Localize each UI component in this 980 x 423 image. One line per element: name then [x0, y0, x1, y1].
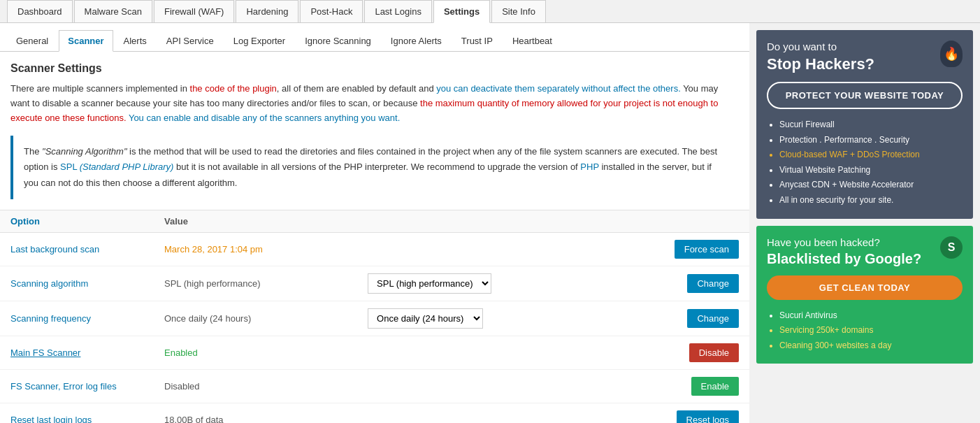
subtab-trust-ip[interactable]: Trust IP: [452, 30, 502, 52]
tab-malware-scan[interactable]: Malware Scan: [74, 0, 152, 22]
subtab-ignore-alerts[interactable]: Ignore Alerts: [382, 30, 451, 52]
card1-heading: Do you want to: [767, 41, 874, 52]
card2-heading: Have you been hacked?: [767, 236, 921, 248]
subtab-ignore-scanning[interactable]: Ignore Scanning: [296, 30, 380, 52]
tab-site-info[interactable]: Site Info: [491, 0, 546, 22]
enable-fs-scanner-error-button[interactable]: Enable: [691, 377, 739, 396]
sucuri-icon: S: [940, 236, 963, 259]
card2-header: Have you been hacked? Blacklisted by Goo…: [767, 236, 963, 275]
option-label: Reset last login logs: [0, 403, 154, 423]
subtab-api-service[interactable]: API Service: [157, 30, 223, 52]
blacklisted-card: Have you been hacked? Blacklisted by Goo…: [756, 226, 973, 364]
table-row: Scanning frequency Once daily (24 hours)…: [0, 301, 749, 336]
main-fs-scanner-link[interactable]: Main FS Scanner: [10, 347, 80, 358]
option-value: Enabled: [154, 336, 357, 369]
change-algorithm-button[interactable]: Change: [687, 274, 739, 293]
option-value: Once daily (24 hours): [154, 301, 357, 336]
tab-firewall[interactable]: Firewall (WAF): [154, 0, 234, 22]
options-table: Option Value Last background scan March …: [0, 210, 749, 423]
tab-settings[interactable]: Settings: [433, 0, 490, 23]
table-row: FS Scanner, Error log files Disabled Ena…: [0, 369, 749, 403]
sub-navigation: General Scanner Alerts API Service Log E…: [0, 23, 749, 52]
scanning-algorithm-info: The "Scanning Algorithm" is the method t…: [10, 136, 739, 199]
table-row: Scanning algorithm SPL (high performance…: [0, 266, 749, 301]
table-row: Last background scan March 28, 2017 1:04…: [0, 232, 749, 266]
list-item: Anycast CDN + Website Accelerator: [779, 178, 963, 193]
tab-post-hack[interactable]: Post-Hack: [300, 0, 363, 22]
subtab-general[interactable]: General: [7, 30, 57, 52]
scanner-settings-title: Scanner Settings: [0, 52, 749, 82]
scanning-algorithm-select[interactable]: SPL (high performance) Glob OpenDir: [368, 273, 491, 294]
option-value: 18.00B of data: [154, 403, 357, 423]
force-scan-button[interactable]: Force scan: [675, 240, 739, 259]
option-label: Scanning algorithm: [0, 266, 154, 301]
tab-last-logins[interactable]: Last Logins: [364, 0, 432, 22]
list-item: Sucuri Antivirus: [779, 308, 963, 324]
option-label: Last background scan: [0, 232, 154, 266]
tab-dashboard[interactable]: Dashboard: [7, 0, 73, 22]
subtab-alerts[interactable]: Alerts: [115, 30, 156, 52]
card1-features-list: Sucuri Firewall Protection . Performance…: [767, 117, 963, 208]
scanner-description: There are multiple scanners implemented …: [0, 82, 749, 136]
subtab-log-exporter[interactable]: Log Exporter: [224, 30, 294, 52]
option-label: Scanning frequency: [0, 301, 154, 336]
subtab-scanner[interactable]: Scanner: [59, 30, 113, 52]
stop-hackers-card: Do you want to Stop Hackers? 🔥 PROTECT Y…: [756, 30, 973, 219]
list-item: All in one security for your site.: [779, 193, 963, 208]
scanning-frequency-select[interactable]: Once daily (24 hours) Twice daily (12 ho…: [368, 308, 483, 329]
option-label: FS Scanner, Error log files: [0, 369, 154, 403]
reset-last-login-logs-button[interactable]: Reset logs: [677, 410, 739, 423]
subtab-heartbeat[interactable]: Heartbeat: [503, 30, 561, 52]
option-value: March 28, 2017 1:04 pm: [154, 232, 357, 266]
change-frequency-button[interactable]: Change: [687, 309, 739, 328]
option-value: Disabled: [154, 369, 357, 403]
main-layout: General Scanner Alerts API Service Log E…: [0, 23, 980, 423]
top-navigation: Dashboard Malware Scan Firewall (WAF) Ha…: [0, 0, 980, 23]
list-item: Servicing 250k+ domains: [779, 323, 963, 338]
list-item: Cloud-based WAF + DDoS Protection: [779, 148, 963, 163]
get-clean-button[interactable]: GET CLEAN TODAY: [767, 275, 963, 300]
card2-features-list: Sucuri Antivirus Servicing 250k+ domains…: [767, 308, 963, 354]
card1-title: Stop Hackers?: [767, 55, 874, 73]
option-value: SPL (high performance): [154, 266, 357, 301]
tab-hardening[interactable]: Hardening: [236, 0, 298, 22]
list-item: Protection . Performance . Security: [779, 133, 963, 148]
card-header: Do you want to Stop Hackers? 🔥: [767, 41, 963, 82]
sidebar: Do you want to Stop Hackers? 🔥 PROTECT Y…: [749, 23, 980, 423]
disable-main-fs-scanner-button[interactable]: Disable: [689, 343, 739, 362]
list-item: Sucuri Firewall: [779, 117, 963, 133]
card2-title: Blacklisted by Google?: [767, 251, 921, 267]
table-row: Reset last login logs 18.00B of data Res…: [0, 403, 749, 423]
table-row: Main FS Scanner Enabled Disable: [0, 336, 749, 369]
list-item: Virtual Website Patching: [779, 163, 963, 178]
option-label: Main FS Scanner: [0, 336, 154, 369]
content-area: General Scanner Alerts API Service Log E…: [0, 23, 749, 423]
shield-icon: 🔥: [940, 41, 963, 67]
list-item: Cleaning 300+ websites a day: [779, 338, 963, 354]
col-value-header: Value: [154, 210, 357, 232]
col-option-header: Option: [0, 210, 154, 232]
protect-website-button[interactable]: PROTECT YOUR WEBSITE TODAY: [767, 82, 963, 109]
